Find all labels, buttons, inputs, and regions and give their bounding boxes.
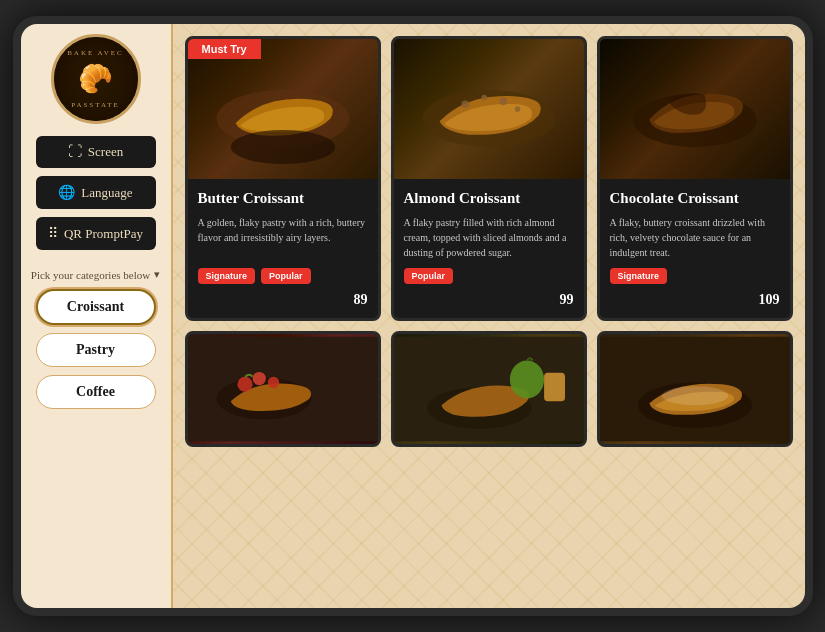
menu-card-powdered[interactable] <box>597 331 793 447</box>
svg-point-15 <box>509 360 543 398</box>
card-image-butter: Must Try <box>188 39 378 179</box>
tag-popular-almond: Popular <box>404 268 454 284</box>
screen-button[interactable]: ⛶ Screen <box>36 136 156 168</box>
qr-label: QR PromptPay <box>64 226 143 242</box>
card-desc-chocolate: A flaky, buttery croissant drizzled with… <box>610 215 780 260</box>
menu-card-almond-croissant[interactable]: Almond Croissant A flaky pastry filled w… <box>391 36 587 321</box>
qr-button[interactable]: ⠿ QR PromptPay <box>36 217 156 250</box>
svg-point-19 <box>661 386 728 405</box>
card-tags-chocolate: Signature <box>610 268 780 284</box>
card-image-almond <box>394 39 584 179</box>
menu-card-chocolate-croissant[interactable]: Chocolate Croissant A flaky, buttery cro… <box>597 36 793 321</box>
card-image-apple <box>394 334 584 444</box>
card-price-butter: 89 <box>198 292 368 308</box>
card-tags-butter: Signature Popular <box>198 268 368 284</box>
card-desc-almond: A flaky pastry filled with rich almond c… <box>404 215 574 260</box>
card-image-berry <box>188 334 378 444</box>
svg-point-3 <box>461 100 469 108</box>
card-title-butter: Butter Croissant <box>198 189 368 209</box>
card-price-almond: 99 <box>404 292 574 308</box>
tablet-frame: BAKE AVEC 🥐 PASSTATE ⛶ Screen 🌐 Language… <box>13 16 813 616</box>
category-coffee-button[interactable]: Coffee <box>36 375 156 409</box>
svg-point-5 <box>499 98 507 106</box>
svg-point-1 <box>230 130 335 164</box>
tag-popular: Popular <box>261 268 311 284</box>
card-price-chocolate: 109 <box>610 292 780 308</box>
category-croissant-button[interactable]: Croissant <box>36 289 156 325</box>
svg-point-6 <box>514 106 520 112</box>
card-image-chocolate <box>600 39 790 179</box>
card-title-almond: Almond Croissant <box>404 189 574 209</box>
svg-point-4 <box>481 95 487 101</box>
language-label: Language <box>81 185 132 201</box>
screen-label: Screen <box>88 144 123 160</box>
tag-signature: Signature <box>198 268 256 284</box>
logo-text-top: BAKE AVEC <box>67 49 124 57</box>
logo-icon: 🥐 <box>78 65 113 93</box>
menu-card-butter-croissant[interactable]: Must Try Butter Croissant A golden, flak… <box>185 36 381 321</box>
svg-point-11 <box>252 371 265 384</box>
card-image-powdered <box>600 334 790 444</box>
language-button[interactable]: 🌐 Language <box>36 176 156 209</box>
category-pastry-button[interactable]: Pastry <box>36 333 156 367</box>
qr-icon: ⠿ <box>48 225 58 242</box>
svg-point-10 <box>237 376 252 391</box>
screen-icon: ⛶ <box>68 144 82 160</box>
menu-card-apple[interactable] <box>391 331 587 447</box>
card-desc-butter: A golden, flaky pastry with a rich, butt… <box>198 215 368 260</box>
card-tags-almond: Popular <box>404 268 574 284</box>
tag-signature-chocolate: Signature <box>610 268 668 284</box>
svg-rect-16 <box>544 372 565 401</box>
logo-text-bottom: PASSTATE <box>71 101 120 109</box>
svg-point-12 <box>267 376 278 387</box>
pick-category-label: Pick your categories below ▾ <box>31 268 160 281</box>
logo: BAKE AVEC 🥐 PASSTATE <box>51 34 141 124</box>
sidebar: BAKE AVEC 🥐 PASSTATE ⛶ Screen 🌐 Language… <box>21 24 173 608</box>
language-icon: 🌐 <box>58 184 75 201</box>
menu-grid: Must Try Butter Croissant A golden, flak… <box>173 24 805 608</box>
menu-card-berry[interactable] <box>185 331 381 447</box>
card-title-chocolate: Chocolate Croissant <box>610 189 780 209</box>
chevron-down-icon: ▾ <box>154 268 160 281</box>
must-try-badge: Must Try <box>188 39 261 59</box>
